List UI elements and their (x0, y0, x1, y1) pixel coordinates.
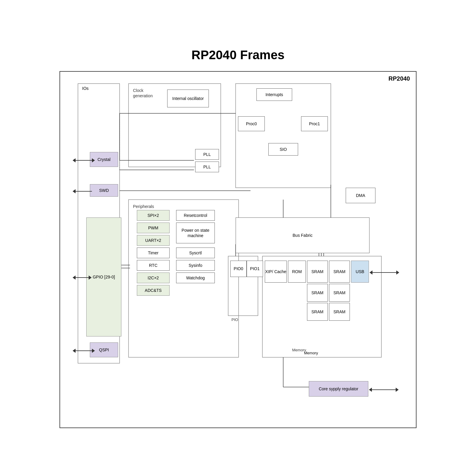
core-supply-right-arrow (369, 388, 399, 392)
internal-oscillator-box: Internal oscillator (167, 90, 209, 107)
xip-cache-box: XIP/ Cache (265, 261, 287, 283)
dma-box: DMA (346, 188, 375, 203)
sram-box-6: SRAM (329, 303, 350, 321)
usb-right-arrow (369, 270, 399, 275)
svg-text:Clock: Clock (133, 88, 144, 93)
uartx2-box: UART×2 (137, 235, 170, 246)
spix2-box: SPI×2 (137, 210, 170, 221)
watchdog-box: Watchdog (176, 273, 215, 283)
svg-text:generation: generation (133, 93, 153, 98)
memory-label: Memory (304, 351, 318, 355)
resetcontrol-box: Resetcontrol (176, 210, 215, 221)
pll1-box: PLL (195, 149, 219, 160)
swd-left-arrow (73, 189, 92, 193)
adcts-box: ADC&TS (137, 285, 170, 296)
sram-box-5: SRAM (307, 303, 328, 321)
swd-box: SWD (90, 184, 118, 197)
pwm-box: PWM (137, 223, 170, 233)
crystal-left-arrow (73, 158, 95, 162)
usb-box: USB (351, 261, 369, 283)
core-supply-box: Core sypply regulator (309, 381, 368, 397)
power-on-sm-box: Power on state machine (176, 223, 215, 243)
sio-box: SIO (268, 143, 298, 156)
gpio-left-arrow (73, 275, 92, 280)
sram-box-1: SRAM (307, 261, 328, 283)
pio1-box: PIO1 (247, 261, 263, 277)
sram-box-3: SRAM (307, 284, 328, 302)
ios-label: IOs (82, 86, 89, 91)
timer-box: Timer (137, 248, 170, 258)
proc1-box: Proc1 (301, 116, 328, 131)
svg-text:PIO: PIO (231, 317, 238, 322)
syscrtl-box: Syscrtl (176, 248, 215, 258)
pio0-box: PIO0 (230, 261, 247, 277)
i2cx2-box: I2C×2 (137, 273, 170, 283)
rtc-box: RTC (137, 260, 170, 271)
qspi-left-arrow (73, 349, 95, 353)
svg-text:Peripherals: Peripherals (133, 204, 154, 209)
interrupts-box: Interrupts (256, 88, 292, 101)
page-title: RP2040 Frames (192, 48, 285, 62)
bus-fabric-box: Bus Fabric (236, 217, 369, 253)
sysinfo-box: Sysinfo (176, 260, 215, 271)
chip-label: RP2040 (389, 75, 410, 82)
diagram-outer: RP2040 Clock generation Peripherals Memo… (60, 71, 416, 428)
rom-box: ROM (288, 261, 306, 283)
sram-box-2: SRAM (329, 261, 350, 283)
proc0-box: Proc0 (238, 116, 265, 131)
pll2-box: PLL (195, 162, 219, 172)
sram-box-4: SRAM (329, 284, 350, 302)
